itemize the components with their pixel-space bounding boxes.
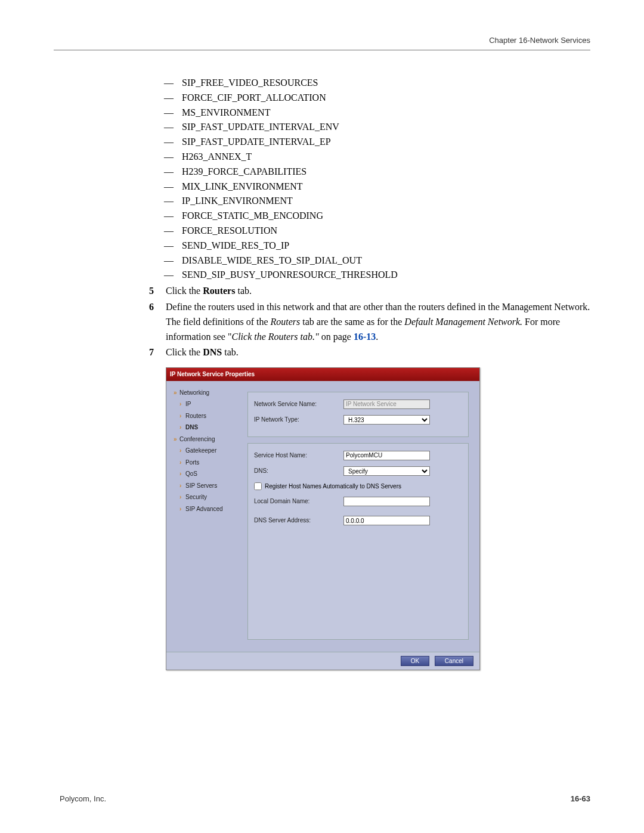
chevron-right-icon: › <box>179 469 185 479</box>
ok-button[interactable]: OK <box>401 656 429 666</box>
flag-item: MS_ENVIRONMENT <box>182 106 590 120</box>
nav-group[interactable]: »Networking <box>174 388 238 398</box>
footer-page-number: 16-63 <box>571 794 590 803</box>
flag-item: SIP_FAST_UPDATE_INTERVAL_EP <box>182 135 590 150</box>
nav-item-routers[interactable]: ›Routers <box>174 411 238 421</box>
dialog-main-panel: Network Service Name: IP Network Type: H… <box>243 381 479 652</box>
flag-item: FORCE_STATIC_MB_ENCODING <box>182 209 590 224</box>
step-text: on page <box>319 332 354 342</box>
step-bold: DNS <box>203 347 222 357</box>
checkbox-label: Register Host Names Automatically to DNS… <box>265 482 401 491</box>
step-italic: Default Management Network. <box>404 317 522 327</box>
nav-item-dns[interactable]: ›DNS <box>174 423 238 432</box>
chevron-right-icon: › <box>179 504 185 514</box>
cancel-button[interactable]: Cancel <box>435 656 473 666</box>
ip-network-type-select[interactable]: H.323 <box>343 415 430 425</box>
nav-item-ip[interactable]: ›IP <box>174 400 238 409</box>
nav-item-label: Ports <box>185 459 199 466</box>
page-link[interactable]: 16-13 <box>354 332 376 342</box>
step-7: 7 Click the DNS tab. <box>149 345 590 360</box>
nav-item-label: Routers <box>185 413 206 419</box>
step-text: Click the <box>166 286 203 296</box>
step-text: . <box>376 332 378 342</box>
chapter-header: Chapter 16-Network Services <box>54 36 590 51</box>
main-content: SIP_FREE_VIDEO_RESOURCES FORCE_CIF_PORT_… <box>149 76 590 670</box>
nav-item-label: Security <box>185 494 207 500</box>
nav-item-label: IP <box>185 401 191 407</box>
flag-item: SEND_SIP_BUSY_UPONRESOURCE_THRESHOLD <box>182 268 590 283</box>
step-italic: Click the Routers tab." <box>232 332 319 342</box>
field-label: DNS: <box>254 466 343 476</box>
field-label: DNS Server Address: <box>254 516 343 525</box>
dialog-title-bar: IP Network Service Properties <box>166 368 479 381</box>
nav-item-sip-advanced[interactable]: ›SIP Advanced <box>174 504 238 514</box>
field-label: Local Domain Name: <box>254 497 343 506</box>
nav-item-label: SIP Servers <box>185 482 217 489</box>
dialog-nav: »Networking ›IP ›Routers ›DNS »Conferenc… <box>166 381 243 652</box>
step-bold: Routers <box>203 286 235 296</box>
step-text: tab are the same as for the <box>300 317 404 327</box>
nav-item-label: DNS <box>185 424 198 431</box>
register-host-names-checkbox[interactable] <box>254 482 262 490</box>
step-text: tab. <box>235 286 252 296</box>
chevron-right-icon: › <box>179 481 185 491</box>
step-text: tab. <box>222 347 239 357</box>
flag-item: FORCE_RESOLUTION <box>182 224 590 239</box>
chevron-right-icon: › <box>179 400 185 409</box>
flag-item: DISABLE_WIDE_RES_TO_SIP_DIAL_OUT <box>182 253 590 268</box>
flag-item: MIX_LINK_ENVIRONMENT <box>182 179 590 194</box>
nav-item-gatekeeper[interactable]: ›Gatekeeper <box>174 446 238 456</box>
flag-item: SIP_FAST_UPDATE_INTERVAL_ENV <box>182 120 590 135</box>
nav-item-qos[interactable]: ›QoS <box>174 469 238 479</box>
dns-server-address-input[interactable] <box>343 516 430 525</box>
footer-company: Polycom, Inc. <box>60 794 106 803</box>
nav-item-ports[interactable]: ›Ports <box>174 458 238 467</box>
field-label: IP Network Type: <box>254 415 343 425</box>
chevron-down-icon: » <box>174 435 179 444</box>
nav-group-label: Networking <box>179 389 209 396</box>
service-host-name-input[interactable] <box>343 451 430 460</box>
flag-item: SIP_FREE_VIDEO_RESOURCES <box>182 76 590 91</box>
nav-item-sip-servers[interactable]: ›SIP Servers <box>174 481 238 491</box>
field-label: Network Service Name: <box>254 400 343 409</box>
local-domain-name-input[interactable] <box>343 497 430 506</box>
nav-item-label: QoS <box>185 470 197 477</box>
step-number: 6 <box>149 300 154 315</box>
step-number: 7 <box>149 345 154 360</box>
flag-item: H263_ANNEX_T <box>182 150 590 165</box>
flag-list: SIP_FREE_VIDEO_RESOURCES FORCE_CIF_PORT_… <box>182 76 590 283</box>
chevron-right-icon: › <box>179 493 185 502</box>
nav-item-label: SIP Advanced <box>185 506 223 512</box>
step-5: 5 Click the Routers tab. <box>149 284 590 299</box>
chevron-right-icon: › <box>179 411 185 421</box>
chevron-right-icon: › <box>179 446 185 456</box>
chevron-down-icon: » <box>174 388 179 398</box>
flag-item: FORCE_CIF_PORT_ALLOCATION <box>182 91 590 106</box>
step-italic: Routers <box>271 317 301 327</box>
step-6: 6 Define the routers used in this networ… <box>149 300 590 344</box>
chevron-right-icon: › <box>179 458 185 467</box>
page-footer: Polycom, Inc. 16-63 <box>60 794 590 803</box>
chevron-right-icon: › <box>179 423 185 432</box>
step-number: 5 <box>149 284 154 299</box>
nav-group[interactable]: »Conferencing <box>174 435 238 444</box>
nav-group-label: Conferencing <box>179 436 215 442</box>
nav-item-security[interactable]: ›Security <box>174 493 238 502</box>
network-service-name-input <box>343 400 430 409</box>
flag-item: H239_FORCE_CAPABILITIES <box>182 165 590 179</box>
step-text: Click the <box>166 347 203 357</box>
dns-select[interactable]: Specify <box>343 466 430 476</box>
field-label: Service Host Name: <box>254 451 343 460</box>
dialog-window: IP Network Service Properties »Networkin… <box>166 367 480 670</box>
nav-item-label: Gatekeeper <box>185 447 216 454</box>
flag-item: SEND_WIDE_RES_TO_IP <box>182 239 590 253</box>
flag-item: IP_LINK_ENVIRONMENT <box>182 194 590 209</box>
